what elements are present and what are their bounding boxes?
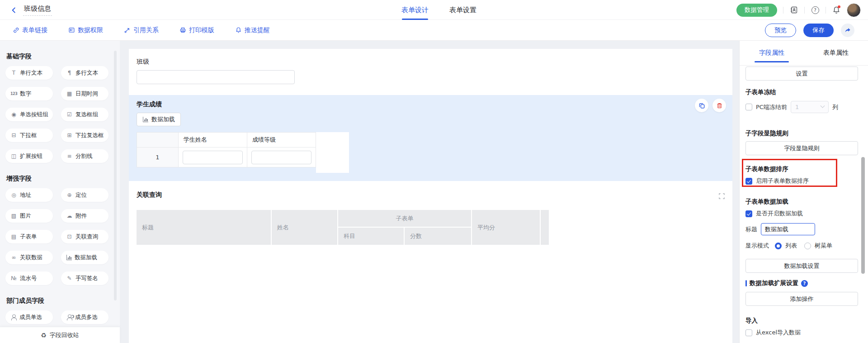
freeze-checkbox[interactable]	[745, 104, 752, 110]
tab-form-properties[interactable]: 表单属性	[804, 41, 868, 65]
settings-button[interactable]: 设置	[745, 67, 858, 81]
title-field-input[interactable]	[761, 223, 815, 235]
freeze-suffix: 列	[832, 103, 838, 111]
palette-item-date-time[interactable]: ▦日期时间	[61, 87, 108, 100]
palette-item-signature[interactable]: ✎手写签名	[61, 272, 108, 285]
palette-item-member-multi[interactable]: 成员多选	[61, 310, 108, 324]
palette-item-linked-data[interactable]: ∞关联数据	[5, 251, 53, 264]
lookup-section[interactable]: 关联查询 标题 姓名 子表单 平均分 科目 分数	[129, 181, 732, 254]
expand-icon[interactable]	[718, 193, 725, 201]
column-header[interactable]: 学生姓名	[179, 133, 247, 148]
back-icon[interactable]	[10, 6, 18, 14]
palette-item-radio-group[interactable]: ◉单选按钮组	[5, 108, 53, 121]
excel-import-checkbox[interactable]	[745, 329, 752, 336]
palette-item-divider[interactable]: ≡分割线	[61, 149, 108, 163]
tab-form-settings[interactable]: 表单设置	[449, 0, 476, 20]
palette-item-lookup[interactable]: ⊡关联查询	[61, 230, 108, 243]
field-class[interactable]: 班级	[129, 49, 732, 95]
print-icon	[179, 27, 186, 33]
display-mode-label: 显示模式	[745, 242, 769, 250]
row-index-cell: 1	[137, 148, 179, 167]
share-button[interactable]	[841, 24, 854, 37]
tab-field-properties[interactable]: 字段属性	[740, 41, 804, 65]
field-palette: 基础字段T单行文本¶多行文本123数字▦日期时间◉单选按钮组☑复选框组⊟下拉框⊞…	[0, 41, 120, 343]
visibility-rules-button[interactable]: 字段显隐规则	[745, 141, 858, 155]
save-button[interactable]: 保存	[803, 24, 834, 37]
palette-item-multi-line-text[interactable]: ¶多行文本	[61, 66, 108, 80]
delete-field-button[interactable]	[712, 99, 726, 112]
display-mode-list-radio[interactable]	[775, 243, 782, 249]
number-icon: 123	[10, 92, 17, 96]
help-icon[interactable]	[811, 5, 820, 14]
subform-section-selected[interactable]: 学生成绩 数据加载 学生姓名 成绩等级 1	[129, 95, 732, 181]
single-line-text-icon: T	[10, 70, 17, 76]
divider	[826, 7, 826, 14]
freeze-count-select[interactable]: 1	[791, 101, 829, 113]
data-load-enable-checkbox[interactable]	[745, 210, 752, 217]
panel-scrollbar[interactable]	[861, 157, 865, 274]
palette-item-data-load[interactable]: 数据加载	[61, 251, 108, 264]
display-mode-list-label: 列表	[785, 242, 797, 250]
link-icon	[13, 27, 19, 33]
avatar[interactable]	[847, 3, 861, 17]
class-text-input[interactable]	[137, 70, 295, 84]
tab-form-design[interactable]: 表单设计	[401, 0, 429, 20]
preview-button[interactable]: 预览	[765, 24, 796, 37]
palette-item-location[interactable]: ⊕定位	[61, 188, 108, 202]
data-manage-button[interactable]: 数据管理	[736, 4, 777, 17]
designer-tabs: 表单设计 表单设置	[401, 0, 476, 20]
subform-extra-column	[316, 132, 349, 173]
subform-data-load-button[interactable]: 数据加载	[137, 113, 181, 126]
palette-item-select[interactable]: ⊟下拉框	[5, 129, 53, 142]
toolbar-link-reference[interactable]: 引用关系	[124, 26, 159, 34]
copy-icon	[698, 102, 705, 109]
palette-section-title: 增强字段	[6, 175, 120, 183]
toolbar-link-link[interactable]: 表单链接	[13, 26, 47, 34]
field-recycle-bin[interactable]: ♻ 字段回收站	[0, 327, 120, 343]
lookup-title: 关联查询	[137, 191, 725, 199]
address-icon: ◎	[10, 192, 17, 198]
display-mode-tree-label: 树菜单	[815, 242, 832, 250]
subform-table: 学生姓名 成绩等级 1	[137, 132, 316, 167]
palette-item-checkbox-group[interactable]: ☑复选框组	[61, 108, 108, 121]
palette-item-number[interactable]: 123数字	[5, 87, 53, 100]
image-icon: ▧	[10, 213, 17, 219]
sort-label: 启用子表单数据排序	[756, 177, 809, 185]
data-load-settings-button[interactable]: 数据加载设置	[745, 259, 858, 273]
student-name-input[interactable]	[183, 151, 243, 164]
palette-item-address[interactable]: ◎地址	[5, 188, 53, 202]
palette-item-extend-button[interactable]: ◫扩展按钮	[5, 149, 53, 163]
palette-item-multi-select[interactable]: ⊞下拉复选框	[61, 129, 108, 142]
add-operation-button[interactable]: 添加操作	[745, 292, 858, 306]
data-load-title: 子表单数据加载	[745, 198, 858, 206]
palette-item-single-line-text[interactable]: T单行文本	[5, 66, 53, 80]
toolbar-link-print[interactable]: 打印模版	[179, 26, 214, 34]
grade-input[interactable]	[251, 151, 311, 164]
palette-item-subform[interactable]: ▤子表单	[5, 230, 53, 243]
member-multi-icon	[66, 314, 72, 320]
multi-select-icon: ⊞	[66, 132, 73, 138]
section-marker	[745, 280, 747, 286]
palette-item-image[interactable]: ▧图片	[5, 209, 53, 223]
push-reminder-icon	[235, 27, 242, 33]
display-mode-tree-radio[interactable]	[804, 243, 811, 249]
sort-checkbox[interactable]	[745, 178, 752, 185]
toolbar-link-push-reminder[interactable]: 推送提醒	[235, 26, 270, 34]
top-header: 班级信息 表单设计 表单设置 数据管理	[0, 0, 868, 20]
toolbar-link-permission[interactable]: 数据权限	[68, 26, 103, 34]
form-title[interactable]: 班级信息	[23, 5, 52, 16]
subform-icon: ▤	[10, 233, 17, 240]
palette-item-serial-number[interactable]: №流水号	[5, 272, 53, 285]
column-header[interactable]: 成绩等级	[247, 133, 316, 148]
palette-item-attachment[interactable]: ☁附件	[61, 209, 108, 223]
copy-field-button[interactable]	[695, 99, 708, 112]
attachment-icon: ☁	[66, 213, 73, 219]
sidebar-scrollbar[interactable]	[114, 51, 117, 300]
data-load-icon	[66, 255, 72, 260]
contacts-icon[interactable]	[789, 5, 798, 14]
help-badge-icon[interactable]	[801, 280, 808, 287]
recycle-icon: ♻	[41, 332, 47, 339]
palette-section-title: 基础字段	[6, 52, 120, 61]
bell-icon[interactable]	[832, 5, 841, 14]
palette-item-member-single[interactable]: 成员单选	[5, 310, 53, 324]
